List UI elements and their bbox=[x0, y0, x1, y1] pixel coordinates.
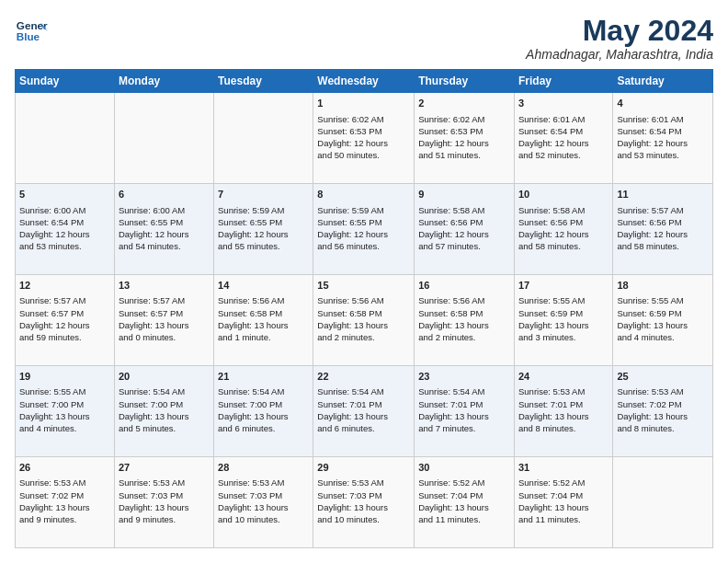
cell-info: Daylight: 12 hours bbox=[418, 138, 489, 148]
cell-info: Sunset: 6:58 PM bbox=[418, 308, 483, 318]
cell-info: Sunset: 7:01 PM bbox=[518, 399, 583, 409]
day-number: 15 bbox=[317, 279, 410, 293]
cell-info: Sunset: 7:00 PM bbox=[218, 399, 282, 409]
day-number: 29 bbox=[317, 461, 410, 475]
cell-info: and 5 minutes. bbox=[119, 423, 176, 433]
day-number: 26 bbox=[19, 461, 110, 475]
calendar-cell: 12Sunrise: 5:57 AMSunset: 6:57 PMDayligh… bbox=[16, 275, 115, 366]
logo: General Blue bbox=[15, 15, 48, 48]
dow-header: Sunday bbox=[16, 70, 115, 93]
cell-info: Sunrise: 5:54 AM bbox=[418, 386, 484, 396]
cell-info: Sunset: 6:54 PM bbox=[617, 126, 681, 136]
cell-info: Sunrise: 5:53 AM bbox=[617, 386, 683, 396]
cell-info: Daylight: 13 hours bbox=[617, 411, 688, 421]
cell-info: Sunrise: 5:57 AM bbox=[119, 295, 185, 305]
cell-info: Sunset: 6:57 PM bbox=[19, 308, 84, 318]
calendar-cell: 1Sunrise: 6:02 AMSunset: 6:53 PMDaylight… bbox=[313, 93, 415, 184]
cell-info: Daylight: 12 hours bbox=[19, 229, 90, 239]
calendar-cell: 14Sunrise: 5:56 AMSunset: 6:58 PMDayligh… bbox=[214, 275, 313, 366]
cell-info: Daylight: 12 hours bbox=[617, 138, 688, 148]
cell-info: Daylight: 12 hours bbox=[19, 320, 90, 330]
cell-info: and 11 minutes. bbox=[518, 514, 581, 524]
cell-info: Sunrise: 5:58 AM bbox=[518, 205, 585, 215]
cell-info: Sunset: 7:02 PM bbox=[19, 490, 84, 500]
calendar-cell: 13Sunrise: 5:57 AMSunset: 6:57 PMDayligh… bbox=[114, 275, 213, 366]
calendar-cell: 22Sunrise: 5:54 AMSunset: 7:01 PMDayligh… bbox=[313, 366, 415, 457]
calendar-cell: 29Sunrise: 5:53 AMSunset: 7:03 PMDayligh… bbox=[313, 457, 415, 548]
cell-info: Daylight: 13 hours bbox=[418, 411, 489, 421]
cell-info: and 53 minutes. bbox=[617, 150, 679, 160]
calendar-cell: 3Sunrise: 6:01 AMSunset: 6:54 PMDaylight… bbox=[514, 93, 612, 184]
calendar-cell: 4Sunrise: 6:01 AMSunset: 6:54 PMDaylight… bbox=[613, 93, 713, 184]
cell-info: Daylight: 12 hours bbox=[218, 229, 289, 239]
cell-info: and 8 minutes. bbox=[617, 423, 674, 433]
cell-info: Daylight: 13 hours bbox=[218, 502, 289, 512]
cell-info: Daylight: 13 hours bbox=[418, 320, 489, 330]
calendar-week-row: 19Sunrise: 5:55 AMSunset: 7:00 PMDayligh… bbox=[16, 366, 713, 457]
day-number: 6 bbox=[119, 188, 210, 201]
day-number: 31 bbox=[518, 461, 609, 475]
cell-info: Daylight: 13 hours bbox=[218, 320, 289, 330]
cell-info: Sunrise: 5:54 AM bbox=[119, 386, 185, 396]
calendar: SundayMondayTuesdayWednesdayThursdayFrid… bbox=[15, 69, 713, 548]
cell-info: and 1 minute. bbox=[218, 332, 271, 342]
day-number: 21 bbox=[218, 370, 309, 384]
cell-info: Daylight: 12 hours bbox=[518, 229, 589, 239]
dow-header: Saturday bbox=[613, 70, 713, 93]
calendar-cell: 20Sunrise: 5:54 AMSunset: 7:00 PMDayligh… bbox=[114, 366, 213, 457]
cell-info: Daylight: 13 hours bbox=[317, 320, 388, 330]
header: General Blue May 2024 Ahmadnagar, Mahara… bbox=[15, 15, 713, 62]
cell-info: Daylight: 13 hours bbox=[518, 320, 589, 330]
day-number: 18 bbox=[617, 279, 709, 293]
cell-info: Sunrise: 5:56 AM bbox=[418, 295, 484, 305]
calendar-cell: 25Sunrise: 5:53 AMSunset: 7:02 PMDayligh… bbox=[613, 366, 713, 457]
day-number: 16 bbox=[418, 279, 510, 293]
calendar-cell: 28Sunrise: 5:53 AMSunset: 7:03 PMDayligh… bbox=[214, 457, 313, 548]
day-number: 4 bbox=[617, 97, 709, 110]
cell-info: Sunrise: 5:52 AM bbox=[418, 477, 484, 488]
cell-info: Sunrise: 5:53 AM bbox=[518, 386, 585, 396]
cell-info: Sunrise: 5:55 AM bbox=[19, 386, 85, 396]
calendar-cell: 23Sunrise: 5:54 AMSunset: 7:01 PMDayligh… bbox=[415, 366, 515, 457]
title-block: May 2024 Ahmadnagar, Maharashtra, India bbox=[526, 15, 713, 62]
calendar-week-row: 1Sunrise: 6:02 AMSunset: 6:53 PMDaylight… bbox=[16, 93, 713, 184]
cell-info: and 0 minutes. bbox=[119, 332, 176, 342]
cell-info: Sunset: 6:58 PM bbox=[317, 308, 381, 318]
cell-info: Daylight: 12 hours bbox=[119, 229, 189, 239]
cell-info: Daylight: 13 hours bbox=[119, 411, 189, 421]
cell-info: Sunrise: 6:02 AM bbox=[317, 114, 383, 124]
day-number: 7 bbox=[218, 188, 309, 201]
calendar-week-row: 5Sunrise: 6:00 AMSunset: 6:54 PMDaylight… bbox=[16, 184, 713, 275]
calendar-cell: 8Sunrise: 5:59 AMSunset: 6:55 PMDaylight… bbox=[313, 184, 415, 275]
cell-info: Daylight: 13 hours bbox=[317, 502, 388, 512]
calendar-cell: 17Sunrise: 5:55 AMSunset: 6:59 PMDayligh… bbox=[514, 275, 612, 366]
cell-info: Sunrise: 5:54 AM bbox=[218, 386, 284, 396]
cell-info: Sunset: 6:55 PM bbox=[119, 217, 183, 227]
cell-info: Sunset: 7:04 PM bbox=[418, 490, 483, 500]
cell-info: Daylight: 12 hours bbox=[317, 229, 388, 239]
day-number: 2 bbox=[418, 97, 510, 110]
cell-info: Sunrise: 5:57 AM bbox=[19, 295, 85, 305]
day-number: 22 bbox=[317, 370, 410, 384]
cell-info: Sunrise: 5:56 AM bbox=[317, 295, 383, 305]
cell-info: Sunset: 7:03 PM bbox=[317, 490, 381, 500]
day-number: 14 bbox=[218, 279, 309, 293]
cell-info: Sunrise: 6:00 AM bbox=[119, 205, 185, 215]
calendar-cell: 24Sunrise: 5:53 AMSunset: 7:01 PMDayligh… bbox=[514, 366, 612, 457]
cell-info: Sunset: 7:03 PM bbox=[119, 490, 183, 500]
cell-info: Sunrise: 5:58 AM bbox=[418, 205, 484, 215]
cell-info: Daylight: 12 hours bbox=[317, 138, 388, 148]
cell-info: and 55 minutes. bbox=[218, 241, 280, 251]
calendar-cell: 11Sunrise: 5:57 AMSunset: 6:56 PMDayligh… bbox=[613, 184, 713, 275]
cell-info: Sunrise: 6:00 AM bbox=[19, 205, 85, 215]
cell-info: Sunset: 6:56 PM bbox=[418, 217, 483, 227]
calendar-cell bbox=[613, 457, 713, 548]
cell-info: Sunrise: 6:02 AM bbox=[418, 114, 484, 124]
day-number: 30 bbox=[418, 461, 510, 475]
cell-info: Sunset: 6:58 PM bbox=[218, 308, 282, 318]
cell-info: and 58 minutes. bbox=[518, 241, 581, 251]
cell-info: and 2 minutes. bbox=[317, 332, 374, 342]
day-number: 25 bbox=[617, 370, 709, 384]
cell-info: Daylight: 13 hours bbox=[19, 502, 90, 512]
cell-info: Sunset: 6:53 PM bbox=[317, 126, 381, 136]
